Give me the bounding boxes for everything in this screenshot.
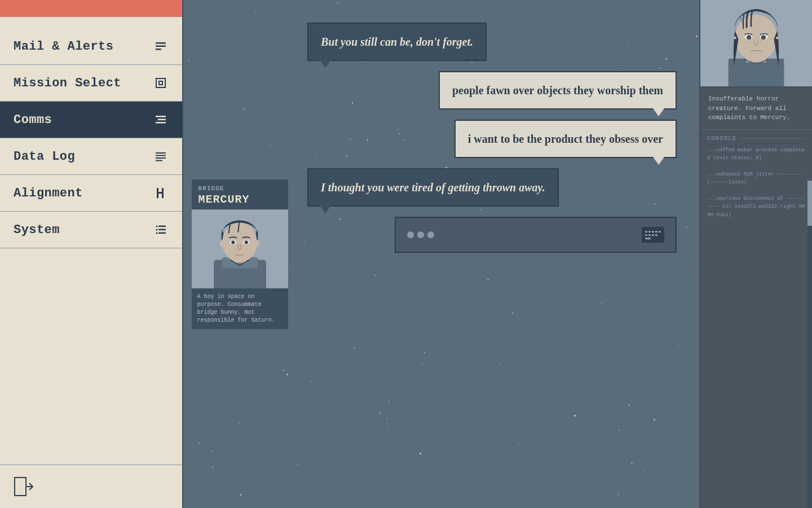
right-portrait-svg: [700, 0, 812, 86]
bubble-tail-1: [320, 60, 331, 68]
map-icon: [153, 75, 169, 91]
svg-rect-8: [156, 152, 166, 154]
sidebar-item-comms[interactable]: Comms: [0, 102, 182, 138]
console-header: console: [707, 135, 805, 142]
exit-button[interactable]: [14, 476, 34, 497]
dialogue-area: But you still can be, don't forget. peop…: [296, 0, 699, 508]
lines-icon: [153, 148, 169, 164]
keyboard-rows: [645, 231, 661, 239]
main-layout: Mail & Alerts Mission Select: [0, 0, 812, 508]
character-desc-right: Insufferable horror creature. Forward al…: [700, 87, 812, 130]
mercury-portrait-svg: [192, 209, 288, 288]
console-output: ...coffee maker process completed (exit …: [707, 146, 805, 220]
bubble-tail-3: [653, 157, 664, 165]
input-area[interactable]: [395, 217, 677, 253]
svg-point-40: [747, 35, 751, 40]
svg-rect-6: [158, 119, 166, 121]
svg-rect-11: [156, 160, 162, 161]
dialogue-bubble-4: I thought you were tired of getting thro…: [307, 168, 559, 207]
svg-rect-3: [156, 78, 165, 87]
console-line-1: ...coffee maker process completed (exit …: [707, 146, 805, 163]
svg-rect-14: [157, 192, 164, 194]
svg-rect-21: [15, 478, 26, 496]
svg-rect-0: [156, 42, 166, 44]
scrollbar-thumb[interactable]: [807, 181, 812, 226]
svg-point-17: [156, 229, 158, 231]
svg-point-33: [255, 240, 259, 247]
kb-row-3: [645, 238, 661, 239]
dot-3: [427, 231, 434, 238]
svg-rect-1: [156, 46, 166, 47]
card-name: Mercury: [198, 193, 281, 206]
sidebar-item-mission-select[interactable]: Mission Select: [0, 65, 182, 102]
svg-rect-16: [158, 226, 166, 227]
right-panel: Insufferable horror creature. Forward al…: [699, 0, 812, 508]
console-section: console ...coffee maker process complete…: [700, 130, 812, 509]
card-description: A boy in space on purpose. Consummate br…: [192, 288, 288, 329]
card-header: Bridge Mercury: [192, 179, 288, 209]
shekel-icon: [153, 185, 169, 201]
sidebar-nav: Mail & Alerts Mission Select: [0, 17, 182, 465]
character-desc-text: Insufferable horror creature. Forward al…: [708, 95, 790, 121]
svg-rect-18: [158, 229, 166, 231]
bubble-text-3: i want to be the product they obsess ove…: [468, 133, 663, 145]
svg-point-45: [734, 37, 736, 40]
console-line-3: ...spurious disconnect of ---------- to:…: [707, 195, 805, 219]
bubble-tail-2: [653, 108, 664, 116]
bullet-list-icon: [153, 222, 169, 238]
svg-point-44: [747, 43, 748, 44]
sidebar-top-bar: [0, 0, 182, 17]
character-card: Bridge Mercury: [191, 178, 289, 330]
svg-point-19: [156, 233, 158, 234]
sidebar-item-mail-alerts[interactable]: Mail & Alerts: [0, 28, 182, 65]
character-portrait-right: [700, 0, 812, 87]
character-area: Bridge Mercury: [183, 0, 296, 508]
bubble-text-1: But you still can be, don't forget.: [321, 36, 473, 48]
kb-row-2: [645, 234, 661, 236]
dot-1: [407, 231, 414, 238]
svg-point-15: [156, 226, 158, 227]
bubble-tail-4: [320, 205, 331, 213]
console-line-2: ...subspace MIR jitter -------- (------l…: [707, 170, 805, 187]
typing-dots: [407, 231, 434, 238]
svg-point-41: [761, 35, 766, 40]
card-location: Bridge: [198, 185, 281, 192]
svg-rect-10: [156, 157, 166, 159]
svg-point-42: [751, 42, 752, 43]
svg-rect-20: [158, 233, 166, 234]
svg-point-32: [219, 240, 224, 247]
svg-rect-2: [156, 49, 161, 50]
svg-point-46: [776, 37, 779, 40]
keyboard-icon[interactable]: [642, 227, 664, 243]
sidebar-item-system[interactable]: System: [0, 212, 182, 248]
svg-rect-9: [156, 155, 166, 156]
kb-row-1: [645, 231, 661, 233]
bubble-text-2: people fawn over objects they worship th…: [452, 84, 663, 97]
card-portrait: [192, 209, 288, 288]
svg-point-43: [760, 41, 761, 42]
list-icon: [153, 38, 169, 54]
dialogue-bubble-1: But you still can be, don't forget.: [307, 23, 487, 61]
dialogue-bubble-3: i want to be the product they obsess ove…: [454, 120, 677, 158]
sidebar: Mail & Alerts Mission Select: [0, 0, 183, 508]
svg-point-31: [244, 240, 248, 244]
sidebar-item-alignment[interactable]: Alignment: [0, 175, 182, 212]
bubble-text-4: I thought you were tired of getting thro…: [321, 181, 545, 194]
scrollbar-track[interactable]: [807, 181, 812, 508]
svg-rect-5: [156, 116, 166, 117]
sidebar-bottom: [0, 465, 182, 508]
svg-point-27: [222, 222, 257, 262]
svg-rect-7: [156, 122, 166, 124]
svg-rect-35: [729, 59, 784, 86]
main-content: Bridge Mercury: [183, 0, 699, 508]
sidebar-item-data-log[interactable]: Data Log: [0, 138, 182, 175]
svg-rect-4: [159, 81, 162, 85]
svg-point-37: [735, 15, 777, 62]
svg-point-30: [231, 240, 235, 244]
dialogue-bubble-2: people fawn over objects they worship th…: [439, 71, 677, 110]
dot-2: [417, 231, 424, 238]
menu-icon: [153, 112, 169, 128]
console-header-label: console: [707, 135, 737, 142]
